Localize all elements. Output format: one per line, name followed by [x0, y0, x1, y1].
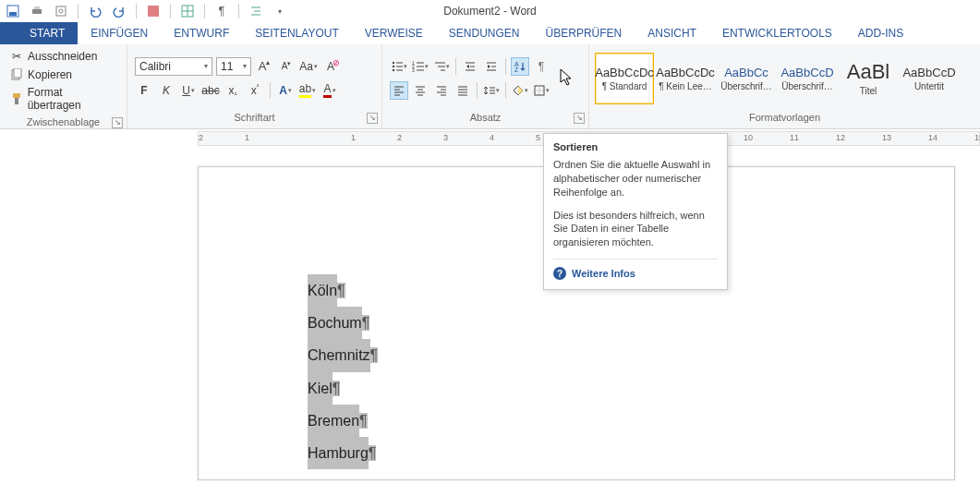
style-preview: AaBbCcDc: [595, 66, 654, 79]
svg-text:Z: Z: [514, 67, 519, 73]
ruler-number: 2: [397, 133, 402, 142]
table-icon[interactable]: [178, 2, 197, 20]
paragraph-dialog-launcher[interactable]: ↘: [574, 113, 585, 124]
pilcrow-icon: ¶: [370, 347, 379, 363]
bullets-button[interactable]: ▾: [390, 57, 408, 76]
pilcrow-icon: ¶: [369, 445, 377, 461]
pilcrow-icon: ¶: [362, 315, 370, 331]
multilevel-list-button[interactable]: ▾: [432, 57, 451, 76]
style-item-2[interactable]: AaBbCcÜberschrif…: [717, 53, 776, 104]
style-item-5[interactable]: AaBbCcDUntertit: [900, 53, 959, 104]
ruler-number: 1: [351, 133, 356, 142]
cut-button[interactable]: ✂ Ausschneiden: [7, 48, 119, 65]
document-line[interactable]: Bremen¶: [308, 405, 378, 437]
shrink-font-button[interactable]: A▾: [277, 57, 296, 76]
shading-button[interactable]: ▾: [511, 81, 529, 100]
subscript-button[interactable]: x₂: [224, 81, 242, 100]
style-item-1[interactable]: AaBbCcDc¶ Kein Lee…: [656, 53, 715, 104]
svg-rect-1: [9, 12, 17, 16]
redo-icon[interactable]: [110, 2, 128, 20]
ruler-number: 2: [199, 133, 203, 142]
document-line[interactable]: Chemnitz¶: [308, 339, 378, 371]
style-preview: AaBbCcD: [780, 66, 833, 79]
save-icon[interactable]: [4, 2, 22, 20]
font-name-combo[interactable]: Calibri▾: [135, 57, 212, 76]
svg-rect-14: [14, 68, 21, 78]
document-text[interactable]: Köln¶Bochum¶Chemnitz¶Kiel¶Bremen¶Hamburg…: [308, 274, 378, 469]
font-dialog-launcher[interactable]: ↘: [367, 113, 378, 124]
window-title: Dokument2 - Word: [443, 5, 536, 18]
italic-button[interactable]: K: [157, 81, 175, 100]
selected-text: Bochum: [308, 307, 362, 339]
group-paragraph-label: Absatz↘: [382, 112, 588, 128]
preview-icon[interactable]: [52, 2, 70, 20]
strikethrough-button[interactable]: abc: [201, 81, 220, 100]
clear-formatting-button[interactable]: A⊘: [321, 57, 340, 76]
tab-verweise[interactable]: VERWEISE: [352, 22, 436, 44]
align-center-button[interactable]: [411, 81, 430, 100]
svg-rect-16: [15, 98, 18, 104]
ruler-number: 4: [490, 133, 494, 142]
style-preview: AaBbCc: [724, 66, 768, 79]
borders-button[interactable]: ▾: [532, 81, 550, 100]
format-painter-label: Format übertragen: [28, 86, 117, 112]
print-icon[interactable]: [28, 2, 46, 20]
align-right-button[interactable]: [432, 81, 451, 100]
svg-rect-6: [148, 6, 159, 17]
ruler-number: 12: [836, 133, 845, 142]
tooltip-more-info-link[interactable]: ? Weitere Infos: [553, 259, 718, 280]
line-spacing-button[interactable]: ▾: [482, 81, 501, 100]
tab-seitenlayout[interactable]: SEITENLAYOUT: [242, 22, 351, 44]
tab-einfuegen[interactable]: EINFÜGEN: [78, 22, 161, 44]
ruler-number: 14: [928, 133, 938, 142]
sort-button[interactable]: AZ: [511, 57, 529, 76]
superscript-button[interactable]: x²: [246, 81, 264, 100]
change-case-button[interactable]: Aa▾: [299, 57, 318, 76]
justify-button[interactable]: [454, 81, 472, 100]
ruler-number: 3: [443, 133, 448, 142]
file-tab[interactable]: [0, 22, 17, 44]
stop-macro-icon[interactable]: [144, 2, 163, 20]
tab-entwicklertools[interactable]: ENTWICKLERTOOLS: [709, 22, 845, 44]
underline-button[interactable]: U▾: [179, 81, 198, 100]
tab-ueberpruefen[interactable]: ÜBERPRÜFEN: [533, 22, 635, 44]
increase-indent-button[interactable]: [482, 57, 501, 76]
style-item-4[interactable]: AaBlTitel: [839, 53, 898, 104]
ruler-area: 21123456101112131415: [0, 131, 980, 148]
qat-more-icon[interactable]: ▾: [271, 2, 289, 20]
indent-icon[interactable]: [247, 2, 265, 20]
copy-button[interactable]: Kopieren: [7, 67, 119, 83]
numbering-button[interactable]: 123▾: [411, 57, 430, 76]
format-painter-button[interactable]: Format übertragen: [7, 85, 119, 113]
grow-font-button[interactable]: A▴: [255, 57, 273, 76]
brush-icon: [9, 91, 24, 106]
tab-addins[interactable]: ADD-INS: [845, 22, 916, 44]
document-line[interactable]: Kiel¶: [308, 372, 378, 405]
font-size-combo[interactable]: 11▾: [216, 57, 251, 76]
tab-ansicht[interactable]: ANSICHT: [635, 22, 709, 44]
sort-tooltip: Sortieren Ordnen Sie die aktuelle Auswah…: [543, 133, 728, 290]
selected-text: Chemnitz: [308, 339, 370, 371]
document-line[interactable]: Köln¶: [308, 274, 378, 307]
document-line[interactable]: Bochum¶: [308, 307, 378, 339]
tab-sendungen[interactable]: SENDUNGEN: [436, 22, 533, 44]
decrease-indent-button[interactable]: [461, 57, 479, 76]
paragraph-mark-icon[interactable]: ¶: [212, 2, 231, 20]
style-item-3[interactable]: AaBbCcDÜberschrif…: [778, 53, 837, 104]
tab-start[interactable]: START: [17, 22, 78, 44]
pilcrow-icon: ¶: [337, 283, 345, 298]
align-left-button[interactable]: [390, 81, 408, 100]
highlight-button[interactable]: ab▾: [298, 81, 317, 100]
document-line[interactable]: Hamburg¶: [308, 437, 378, 469]
undo-icon[interactable]: [86, 2, 104, 20]
show-marks-button[interactable]: ¶: [532, 57, 550, 76]
group-clipboard-label: Zwischenablage↘: [0, 116, 127, 128]
bold-button[interactable]: F: [135, 81, 153, 100]
tab-entwurf[interactable]: ENTWURF: [161, 22, 242, 44]
text-effects-button[interactable]: A▾: [276, 81, 295, 100]
font-color-button[interactable]: A▾: [321, 81, 339, 100]
clipboard-dialog-launcher[interactable]: ↘: [112, 117, 123, 128]
svg-point-17: [393, 61, 394, 63]
group-styles: AaBbCcDc¶ StandardAaBbCcDc¶ Kein Lee…AaB…: [589, 44, 980, 128]
style-item-0[interactable]: AaBbCcDc¶ Standard: [595, 53, 654, 104]
